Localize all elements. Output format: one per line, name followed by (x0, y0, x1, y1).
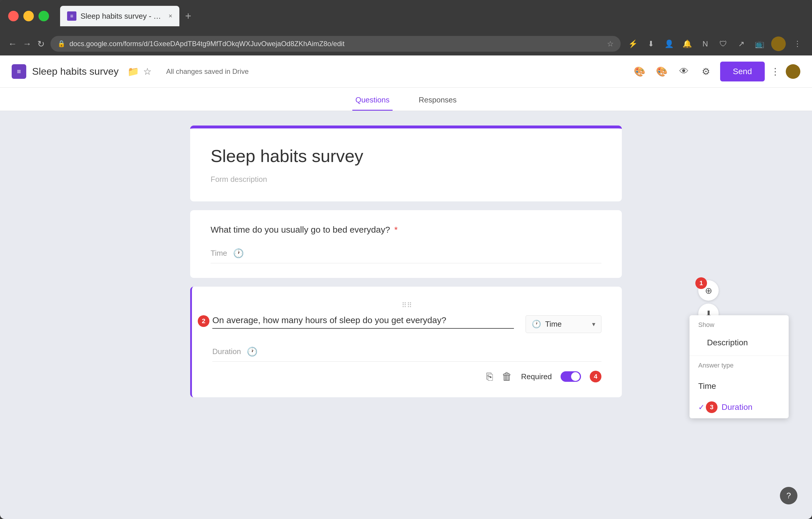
app-icon-symbol: ≡ (17, 67, 21, 76)
help-button[interactable]: ? (780, 487, 798, 504)
drag-handle[interactable]: ⠿⠿ (212, 301, 602, 309)
show-section-label: Show (698, 321, 780, 329)
tab-responses[interactable]: Responses (416, 90, 460, 111)
settings-icon[interactable]: ⚙ (698, 63, 714, 80)
dropdown-show-section: Show Description (690, 315, 789, 356)
question-card-2: ⠿⠿ 2 On average, how many hours of sleep… (190, 286, 622, 397)
cast-icon[interactable]: 📺 (753, 37, 766, 50)
back-button[interactable]: ← (8, 39, 17, 49)
forward-button[interactable]: → (23, 39, 31, 49)
tab-questions-label: Questions (355, 95, 389, 104)
tab-questions[interactable]: Questions (352, 90, 392, 111)
dropdown-menu: Show Description Answer type Time ✓ 3 Du… (690, 315, 789, 418)
send-button[interactable]: Send (720, 62, 765, 81)
badge-1: 1 (695, 277, 707, 289)
close-traffic-light[interactable] (8, 11, 19, 21)
bookmark-icon[interactable]: ☆ (607, 39, 614, 49)
add-icon: ⊕ (705, 285, 712, 296)
badge-4: 4 (590, 371, 602, 382)
clock-icon-2: 🕐 (247, 347, 258, 357)
url-bar[interactable]: 🔒 docs.google.com/forms/d/1GxeeDApdTB4tg… (51, 36, 621, 52)
tab-form-icon: ≡ (67, 11, 77, 21)
dropdown-description-item[interactable]: Description (698, 333, 780, 353)
question-2-text-wrapper: 2 On average, how many hours of sleep do… (212, 315, 514, 329)
required-star-1: * (394, 225, 398, 235)
tab-responses-label: Responses (419, 95, 457, 104)
time-option-label: Time (698, 382, 716, 391)
notification-icon[interactable]: 🔔 (681, 37, 694, 50)
clock-icon-1: 🕐 (233, 248, 244, 258)
app-toolbar: ≡ Sleep habits survey 📁 ☆ All changes sa… (0, 55, 812, 88)
maximize-traffic-light[interactable] (38, 11, 49, 21)
url-text: docs.google.com/forms/d/1GxeeDApdTB4tg9M… (69, 40, 603, 48)
form-description[interactable]: Form description (210, 175, 602, 184)
downloads-icon[interactable]: ⬇ (645, 37, 658, 50)
minimize-traffic-light[interactable] (23, 11, 34, 21)
question-1-header: What time do you usually go to bed every… (210, 225, 602, 235)
reload-button[interactable]: ↻ (37, 39, 45, 49)
more-options-button[interactable]: ⋮ (771, 66, 780, 77)
app-title: Sleep habits survey (32, 66, 119, 77)
delete-button[interactable]: 🗑 (502, 371, 512, 383)
user-avatar[interactable] (786, 64, 800, 79)
required-toggle[interactable] (560, 371, 581, 382)
star-icon[interactable]: ☆ (143, 66, 152, 77)
question-2-duration-label: Duration (212, 347, 241, 356)
toggle-thumb (571, 372, 580, 381)
question-1-answer: Time 🕐 (210, 243, 602, 263)
duration-option-label: Duration (722, 403, 753, 412)
form-container: Sleep habits survey Form description Wha… (190, 126, 622, 397)
badge-3: 3 (706, 401, 718, 413)
form-tabs: Questions Responses (0, 88, 812, 111)
answer-type-label: Answer type (698, 362, 780, 369)
question-2-header: 2 On average, how many hours of sleep do… (212, 315, 602, 333)
dropdown-time-item[interactable]: Time (690, 376, 789, 396)
dropdown-duration-item[interactable]: ✓ 3 Duration (690, 396, 789, 418)
tab-bar: ≡ Sleep habits survey - Google Fo × + (60, 6, 191, 26)
preview-icon[interactable]: 👁 (676, 63, 692, 80)
folder-icon[interactable]: 📁 (127, 66, 139, 77)
tab-close-button[interactable]: × (169, 12, 172, 20)
dropdown-answer-section: Answer type (690, 356, 789, 376)
browser-icons: ⚡ ⬇ 👤 🔔 N 🛡 ↗ 📺 ⋮ (627, 36, 804, 51)
account-icon[interactable]: 👤 (663, 37, 675, 50)
form-header-card: Sleep habits survey Form description (190, 126, 622, 201)
question-type-selector[interactable]: 🕐 Time ▾ (526, 315, 602, 333)
type-dropdown-arrow: ▾ (592, 321, 595, 328)
badge-2: 2 (198, 315, 209, 327)
question-2-footer: ⎘ 🗑 Required 4 (212, 371, 602, 383)
active-tab[interactable]: ≡ Sleep habits survey - Google Fo × (60, 6, 179, 26)
question-2-answer: Duration 🕐 (212, 342, 602, 362)
customize-icon[interactable]: 🎨 (632, 63, 648, 80)
title-bar: ≡ Sleep habits survey - Google Fo × + (0, 0, 812, 32)
tab-title: Sleep habits survey - Google Fo (81, 12, 162, 21)
add-btn-wrapper: 1 ⊕ (698, 280, 719, 301)
type-clock-icon: 🕐 (532, 320, 541, 329)
main-content: Sleep habits survey Form description Wha… (0, 111, 812, 519)
palette-icon[interactable]: 🎨 (654, 63, 670, 80)
question-card-1: What time do you usually go to bed every… (190, 210, 622, 278)
description-label: Description (707, 338, 748, 347)
new-features-icon[interactable]: N (699, 37, 712, 50)
extensions-icon[interactable]: ⚡ (627, 37, 639, 50)
new-tab-button[interactable]: + (185, 10, 191, 22)
question-type-label: Time (545, 320, 588, 329)
lock-icon: 🔒 (57, 40, 65, 48)
question-1-time-label: Time (210, 249, 227, 258)
profile-avatar[interactable] (771, 36, 786, 51)
help-icon: ? (786, 491, 791, 500)
check-icon: ✓ (698, 403, 705, 412)
required-label: Required (521, 372, 552, 381)
toolbar-right: 🎨 🎨 👁 ⚙ Send ⋮ (632, 62, 800, 81)
menu-icon[interactable]: ⋮ (791, 37, 804, 50)
question-1-text: What time do you usually go to bed every… (210, 225, 602, 235)
shield-icon: 🛡 (717, 37, 730, 50)
app-form-icon: ≡ (12, 64, 26, 79)
save-status: All changes saved in Drive (166, 67, 626, 76)
duplicate-button[interactable]: ⎘ (487, 371, 493, 383)
browser-window: ≡ Sleep habits survey - Google Fo × + ← … (0, 0, 812, 519)
question-2-text[interactable]: On average, how many hours of sleep do y… (212, 315, 514, 329)
traffic-lights (8, 11, 49, 21)
toolbar-actions: 📁 ☆ (127, 66, 152, 77)
share-icon[interactable]: ↗ (735, 37, 748, 50)
